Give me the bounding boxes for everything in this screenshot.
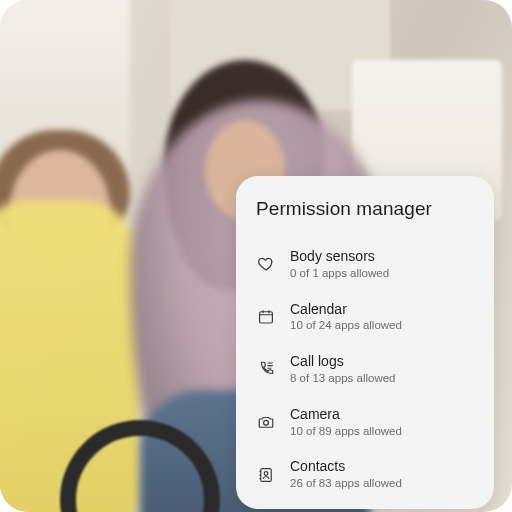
permission-label: Body sensors <box>290 248 389 265</box>
heart-icon <box>256 254 276 274</box>
permission-subtext: 10 of 89 apps allowed <box>290 425 402 439</box>
permission-label: Contacts <box>290 458 402 475</box>
contacts-icon <box>256 465 276 485</box>
call-log-icon <box>256 359 276 379</box>
permission-row-calendar[interactable]: Calendar 10 of 24 apps allowed <box>256 291 474 344</box>
camera-icon <box>256 412 276 432</box>
svg-rect-0 <box>260 312 273 323</box>
permission-row-contacts[interactable]: Contacts 26 of 83 apps allowed <box>256 448 474 501</box>
permission-row-body-sensors[interactable]: Body sensors 0 of 1 apps allowed <box>256 238 474 291</box>
permission-row-call-logs[interactable]: Call logs 8 of 13 apps allowed <box>256 343 474 396</box>
permission-manager-card: Permission manager Body sensors 0 of 1 a… <box>236 176 494 509</box>
permission-subtext: 0 of 1 apps allowed <box>290 267 389 281</box>
permission-subtext: 8 of 13 apps allowed <box>290 372 396 386</box>
permission-label: Call logs <box>290 353 396 370</box>
card-title: Permission manager <box>256 198 474 220</box>
permission-label: Camera <box>290 406 402 423</box>
permission-subtext: 26 of 83 apps allowed <box>290 477 402 491</box>
permission-row-camera[interactable]: Camera 10 of 89 apps allowed <box>256 396 474 449</box>
svg-point-7 <box>264 420 269 425</box>
calendar-icon <box>256 307 276 327</box>
permission-label: Calendar <box>290 301 402 318</box>
svg-point-9 <box>264 471 268 475</box>
promo-scene: Permission manager Body sensors 0 of 1 a… <box>0 0 512 512</box>
permission-subtext: 10 of 24 apps allowed <box>290 319 402 333</box>
